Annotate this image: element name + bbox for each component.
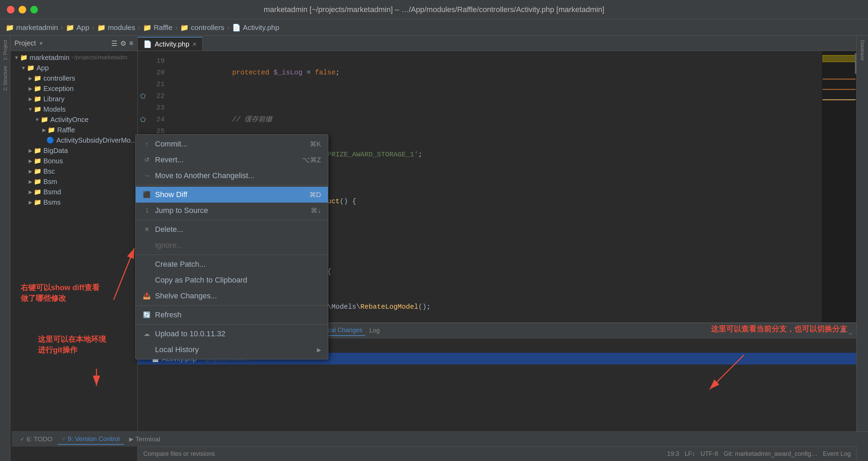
settings-icon[interactable]: ⚙ (120, 39, 126, 48)
move-icon: → (143, 172, 151, 180)
tab-label: Activity.php (155, 40, 189, 48)
tree-item-activityonce[interactable]: ▼ 📁 ActivityOnce (10, 114, 137, 125)
breadcrumb-bar: 📁 marketadmin › 📁 App › 📁 modules › 📁 Ra… (0, 19, 868, 36)
gutter-22 (138, 90, 148, 102)
gear-icon[interactable]: ≡ (129, 39, 133, 48)
cm-local-history[interactable]: Local History ▶ (136, 342, 328, 358)
terminal-icon: ▶ (129, 436, 133, 442)
tab-terminal[interactable]: ▶ Terminal (125, 434, 164, 444)
tree-item-bsms[interactable]: ▶ 📁 Bsms (10, 197, 137, 207)
cm-shelve-label: Shelve Changes... (155, 291, 217, 300)
cm-jump-source-label: Jump to Source (155, 206, 208, 215)
cm-jump-source[interactable]: ⤵ Jump to Source ⌘↓ (136, 203, 328, 218)
cm-show-diff[interactable]: ⬛ Show Diff ⌘D (136, 187, 328, 203)
cm-jump-source-shortcut: ⌘↓ (311, 206, 321, 215)
tab-todo[interactable]: ✓ 6: TODO (16, 434, 56, 444)
breadcrumb-marketadmin[interactable]: 📁 marketadmin (6, 23, 58, 32)
cm-copy-patch-label: Copy as Patch to Clipboard (155, 276, 247, 285)
tree-item-raffle-inner[interactable]: ▶ 📁 Raffle (10, 125, 137, 135)
revert-icon: ↺ (143, 156, 151, 164)
project-strip-label[interactable]: 1: Project (2, 37, 8, 63)
context-menu: ↑ Commit... ⌘K ↺ Revert... ⌥⌘Z → Move to… (135, 134, 328, 359)
tree-item-bonus[interactable]: ▶ 📁 Bonus (10, 156, 137, 166)
cm-copy-patch[interactable]: Copy as Patch to Clipboard (136, 272, 328, 288)
tab-file-icon: 📄 (143, 40, 152, 48)
close-button[interactable] (7, 6, 14, 13)
tab-close-icon[interactable]: ✕ (192, 41, 197, 48)
svg-marker-0 (141, 94, 145, 98)
project-panel-header: Project ▼ ☰ ⚙ ≡ (10, 36, 137, 51)
gutter-24 (138, 114, 148, 125)
maximize-button[interactable] (30, 6, 38, 13)
tree-item-app[interactable]: ▼ 📁 App (10, 63, 137, 73)
vc-icon: ⑂ (62, 436, 65, 442)
cm-shelve[interactable]: 📥 Shelve Changes... (136, 288, 328, 304)
code-line-20 (174, 90, 822, 102)
tree-item-exception[interactable]: ▶ 📁 Exception (10, 83, 137, 94)
cm-revert[interactable]: ↺ Revert... ⌥⌘Z (136, 152, 328, 168)
title-bar: marketadmin [~/projects/marketadmin] – …… (0, 0, 868, 19)
commit-icon: ↑ (143, 141, 151, 148)
main-layout: 1: Project 2: Structure Project ▼ ☰ ⚙ ≡ … (0, 36, 868, 461)
breadcrumb-controllers[interactable]: 📁 controllers (180, 23, 224, 32)
svg-marker-1 (141, 117, 145, 122)
status-charset: UTF-8 (701, 450, 718, 458)
tree-item-root[interactable]: ▼ 📁 marketadmin ~/projects/marketadm (10, 52, 137, 63)
folder-icon: 📁 (97, 23, 106, 32)
editor-tabs: 📄 Activity.php ✕ (138, 36, 856, 51)
panel-icons: ☰ ⚙ ≡ (111, 39, 133, 48)
minimize-button[interactable] (19, 6, 26, 13)
cm-revert-shortcut: ⌥⌘Z (302, 156, 321, 164)
tree-item-bsm[interactable]: ▶ 📁 Bsm (10, 176, 137, 187)
cm-sep-1 (136, 220, 328, 220)
cm-upload[interactable]: ☁ Upload to 10.0.11.32 (136, 326, 328, 342)
cm-commit-shortcut: ⌘K (310, 140, 321, 148)
tree-item-activity-file[interactable]: ▶ 🔵 ActivitySubsidyDriverMo… (10, 135, 137, 145)
vc-minimize-icon[interactable]: _ (849, 327, 852, 335)
tab-activity-php[interactable]: 📄 Activity.php ✕ (138, 37, 203, 51)
breadcrumb-activity-php[interactable]: 📄 Activity.php (232, 23, 279, 32)
cm-sep-4 (136, 324, 328, 325)
cm-commit-label: Commit... (155, 140, 187, 148)
breadcrumb-modules[interactable]: 📁 modules (97, 23, 135, 32)
cm-refresh-label: Refresh (155, 310, 182, 319)
tab-todo-label: 6: TODO (27, 436, 52, 443)
tree-item-bigdata[interactable]: ▶ 📁 BigData (10, 145, 137, 156)
status-compare[interactable]: Compare files or revisions (143, 450, 215, 458)
project-tree: ▼ 📁 marketadmin ~/projects/marketadm ▼ 📁… (10, 51, 137, 461)
tab-vc[interactable]: ⑂ 9: Version Control (58, 434, 124, 445)
breadcrumb-raffle[interactable]: 📁 Raffle (143, 23, 172, 32)
tree-item-bsmd[interactable]: ▶ 📁 Bsmd (10, 187, 137, 197)
tree-item-controllers[interactable]: ▶ 📁 controllers (10, 73, 137, 83)
cm-sep-before-diff (136, 185, 328, 185)
structure-strip-label[interactable]: 2: Structure (2, 63, 8, 93)
show-diff-icon: ⬛ (143, 191, 151, 198)
shelve-icon: 📥 (143, 292, 151, 300)
cm-commit[interactable]: ↑ Commit... ⌘K (136, 136, 328, 152)
cm-move[interactable]: → Move to Another Changelist... (136, 168, 328, 184)
status-event-log[interactable]: Event Log (823, 450, 851, 458)
breadcrumb-app[interactable]: 📁 App (66, 23, 89, 32)
gutter-19 (138, 55, 148, 67)
minimap-highlight (823, 55, 856, 62)
cm-revert-label: Revert... (155, 155, 184, 164)
tree-item-bsc[interactable]: ▶ 📁 Bsc (10, 166, 137, 176)
cm-delete[interactable]: ✕ Delete... (136, 222, 328, 237)
vc-tab-log[interactable]: Log (366, 326, 382, 336)
todo-icon: ✓ (20, 436, 24, 442)
folder-icon: 📁 (180, 23, 189, 32)
database-strip-label[interactable]: Database (860, 37, 865, 63)
annotation-show-diff: 右键可以show diff查看做了哪些修改 (21, 283, 100, 304)
status-bar: Compare files or revisions 19:3 LF↕ UTF-… (138, 447, 856, 461)
gutter-23 (138, 102, 148, 114)
jump-source-icon: ⤵ (143, 207, 151, 214)
cm-create-patch[interactable]: Create Patch... (136, 256, 328, 272)
tree-item-models[interactable]: ▼ 📁 Models (10, 104, 137, 114)
minimap-mark-1 (823, 79, 856, 80)
cm-sep-2 (136, 255, 328, 255)
collapse-all-icon[interactable]: ☰ (111, 39, 117, 48)
tree-item-library[interactable]: ▶ 📁 Library (10, 94, 137, 104)
project-dropdown-arrow[interactable]: ▼ (39, 41, 43, 46)
cm-refresh[interactable]: 🔄 Refresh (136, 307, 328, 323)
status-git[interactable]: Git: marketadmin_award_config… (724, 450, 817, 458)
